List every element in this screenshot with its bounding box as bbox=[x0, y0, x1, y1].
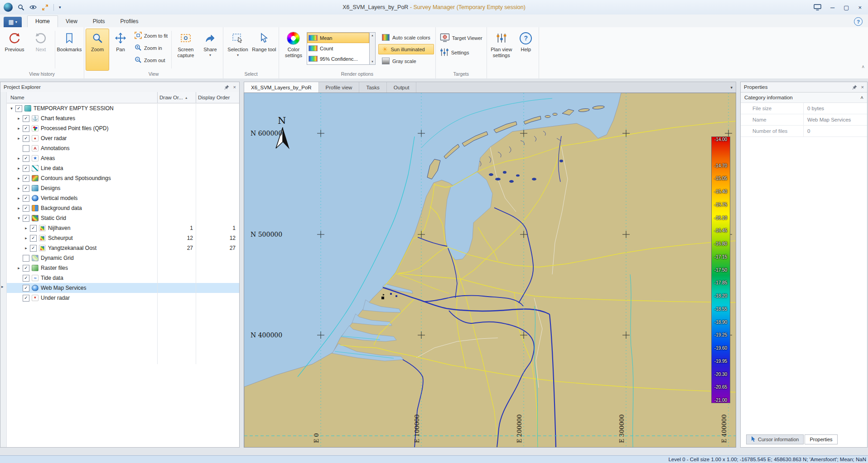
auto-scale-colors-button[interactable]: Auto scale colors bbox=[378, 32, 434, 43]
checkbox[interactable]: ✓ bbox=[23, 155, 29, 162]
selection-dropdown-icon[interactable]: ▾ bbox=[237, 54, 239, 56]
tree-item-scheurput[interactable]: ▸ ✓ Scheurput 12 12 bbox=[7, 233, 239, 243]
quick-zoom-icon[interactable] bbox=[18, 4, 24, 11]
doc-tab-tasks[interactable]: Tasks bbox=[359, 82, 386, 93]
ribbon-tab-profiles[interactable]: Profiles bbox=[113, 16, 146, 27]
tree-item-vertical-models[interactable]: ▸ ✓ Vertical models bbox=[7, 193, 239, 203]
expand-arrow-icon[interactable]: ▸ bbox=[16, 166, 22, 171]
expand-arrow-icon[interactable]: ▸ bbox=[23, 236, 29, 240]
layer-item-mean[interactable]: Mean bbox=[307, 33, 369, 43]
plan-view-map[interactable]: N N 600000 N 500000 N 400000 E 0 E 10000… bbox=[244, 93, 736, 448]
tree-item-nijlhaven[interactable]: ▸ ✓ Nijlhaven 1 1 bbox=[7, 223, 239, 233]
expand-arrow-icon[interactable]: ▾ bbox=[9, 106, 14, 111]
checkbox[interactable]: ✓ bbox=[23, 135, 29, 142]
checkbox[interactable]: ✓ bbox=[23, 205, 29, 212]
tab-list-dropdown-icon[interactable]: ▾ bbox=[730, 85, 733, 90]
pan-button[interactable]: Pan bbox=[109, 29, 132, 71]
tree-item-processed-point-files[interactable]: ▸ ✓ Processed Point files (QPD) bbox=[7, 123, 239, 133]
column-name[interactable]: Name bbox=[7, 95, 157, 100]
help-button[interactable]: ? Help bbox=[515, 29, 537, 71]
bookmarks-button[interactable]: Bookmarks bbox=[56, 29, 82, 71]
share-dropdown-icon[interactable]: ▾ bbox=[209, 54, 211, 56]
checkbox[interactable]: ✓ bbox=[23, 195, 29, 202]
scroll-up-icon[interactable]: ▴ bbox=[371, 34, 373, 37]
column-display-order[interactable]: Display Order bbox=[196, 92, 239, 103]
doc-tab-output[interactable]: Output bbox=[387, 82, 417, 93]
column-draw-order[interactable]: Draw Or... ▲ bbox=[157, 92, 196, 103]
share-button[interactable]: Share ▾ bbox=[199, 29, 222, 71]
doc-tab-plan-view[interactable]: X6_SVM_Layers_by_PoR bbox=[244, 82, 319, 93]
range-tool-button[interactable]: Range tool bbox=[251, 29, 277, 71]
checkbox[interactable]: ✓ bbox=[23, 275, 29, 282]
checkbox[interactable]: ✓ bbox=[23, 265, 29, 272]
tree-item-yangtzekanaal-oost[interactable]: ▸ ✓ Yangtzekanaal Oost 27 27 bbox=[7, 243, 239, 253]
tree-item-chart-features[interactable]: ▸ ✓ Chart features bbox=[7, 113, 239, 123]
zoom-to-fit-button[interactable]: Zoom to fit bbox=[132, 30, 170, 42]
fullscreen-icon[interactable] bbox=[42, 4, 48, 11]
checkbox[interactable]: ✓ bbox=[15, 105, 22, 112]
expand-arrow-icon[interactable]: ▸ bbox=[16, 196, 22, 200]
expand-arrow-icon[interactable]: ▾ bbox=[16, 216, 22, 220]
zoom-out-button[interactable]: Zoom out bbox=[132, 54, 170, 66]
ribbon-tab-view[interactable]: View bbox=[58, 16, 85, 27]
expand-arrow-icon[interactable]: ▸ bbox=[16, 176, 22, 180]
tree-item-areas[interactable]: ▸ ✓ Areas bbox=[7, 153, 239, 163]
layer-item-count[interactable]: Count bbox=[307, 43, 369, 54]
checkbox[interactable]: ✓ bbox=[23, 115, 29, 122]
zoom-button[interactable]: Zoom bbox=[86, 29, 109, 71]
checkbox[interactable]: ✓ bbox=[23, 295, 29, 302]
zoom-in-button[interactable]: Zoom in bbox=[132, 42, 170, 54]
collapse-ribbon-icon[interactable]: ˄ bbox=[862, 64, 864, 69]
tree-item-over-radar[interactable]: ▸ ✓ Over radar bbox=[7, 133, 239, 143]
checkbox[interactable]: ✓ bbox=[23, 175, 29, 182]
pin-icon[interactable] bbox=[224, 85, 229, 90]
expand-arrow-icon[interactable]: ▸ bbox=[16, 126, 22, 131]
presentation-mode-icon[interactable] bbox=[814, 4, 821, 10]
expand-arrow-icon[interactable]: ▸ bbox=[16, 206, 22, 210]
close-button[interactable]: × bbox=[858, 4, 862, 11]
checkbox[interactable]: ✓ bbox=[23, 215, 29, 222]
layer-list-scrollbar[interactable]: ▴ ▾ bbox=[369, 33, 375, 64]
tree-item-contours[interactable]: ▸ ✓ Contours and Spotsoundings bbox=[7, 173, 239, 183]
tree-item-session[interactable]: ▾ ✓ TEMPORARY EMPTY SESSION bbox=[7, 103, 239, 113]
next-button[interactable]: Next bbox=[28, 29, 54, 71]
pin-icon[interactable] bbox=[852, 85, 857, 90]
checkbox[interactable]: ✓ bbox=[23, 125, 29, 132]
tree-item-background-data[interactable]: ▸ ✓ Background data bbox=[7, 203, 239, 213]
tree-item-annotations[interactable]: Annotations bbox=[7, 143, 239, 153]
ribbon-help-icon[interactable]: ? bbox=[854, 17, 863, 26]
target-viewer-button[interactable]: Target Viewer bbox=[437, 32, 485, 44]
ribbon-tab-home[interactable]: Home bbox=[27, 15, 58, 27]
screen-capture-button[interactable]: Screen capture bbox=[173, 29, 199, 71]
expand-arrow-icon[interactable]: ▸ bbox=[16, 116, 22, 121]
properties-tab[interactable]: Properties bbox=[805, 434, 837, 444]
close-icon[interactable]: × bbox=[861, 84, 864, 90]
checkbox[interactable]: ✓ bbox=[30, 225, 37, 232]
checkbox[interactable]: ✓ bbox=[23, 185, 29, 192]
checkbox[interactable]: ✓ bbox=[30, 245, 37, 252]
tree-item-web-map-services[interactable]: ✓ Web Map Services bbox=[7, 283, 239, 293]
expand-arrow-icon[interactable]: ▸ bbox=[16, 266, 22, 270]
category-information-header[interactable]: Category information ˄ bbox=[741, 93, 867, 103]
gray-scale-button[interactable]: Gray scale bbox=[378, 56, 434, 66]
tree-item-tide-data[interactable]: ✓ Tide data bbox=[7, 273, 239, 283]
checkbox[interactable]: ✓ bbox=[23, 165, 29, 172]
tree-item-designs[interactable]: ▸ ✓ Designs bbox=[7, 183, 239, 193]
checkbox[interactable] bbox=[23, 255, 29, 262]
collapse-section-icon[interactable]: ˄ bbox=[860, 95, 863, 100]
app-menu-button[interactable]: ▦ ▾ bbox=[4, 17, 22, 27]
expand-arrow-icon[interactable]: ▸ bbox=[23, 226, 29, 230]
scroll-down-icon[interactable]: ▾ bbox=[371, 60, 373, 63]
checkbox[interactable]: ✓ bbox=[23, 285, 29, 292]
tree-item-line-data[interactable]: ▸ ✓ Line data bbox=[7, 163, 239, 173]
selection-button[interactable]: Selection ▾ bbox=[225, 29, 251, 71]
expand-arrow-icon[interactable]: ▸ bbox=[16, 136, 22, 141]
checkbox[interactable]: ✓ bbox=[30, 235, 37, 242]
layer-item-confidence[interactable]: 95% Confidenc... bbox=[307, 54, 369, 64]
doc-tab-profile-view[interactable]: Profile view bbox=[319, 82, 360, 93]
plan-view-settings-button[interactable]: Plan view settings bbox=[488, 29, 515, 71]
cursor-information-tab[interactable]: Cursor information bbox=[746, 434, 804, 444]
minimize-button[interactable]: ─ bbox=[830, 4, 834, 11]
tree-item-raster-files[interactable]: ▸ ✓ Raster files bbox=[7, 263, 239, 273]
tree-item-static-grid[interactable]: ▾ ✓ Static Grid bbox=[7, 213, 239, 223]
